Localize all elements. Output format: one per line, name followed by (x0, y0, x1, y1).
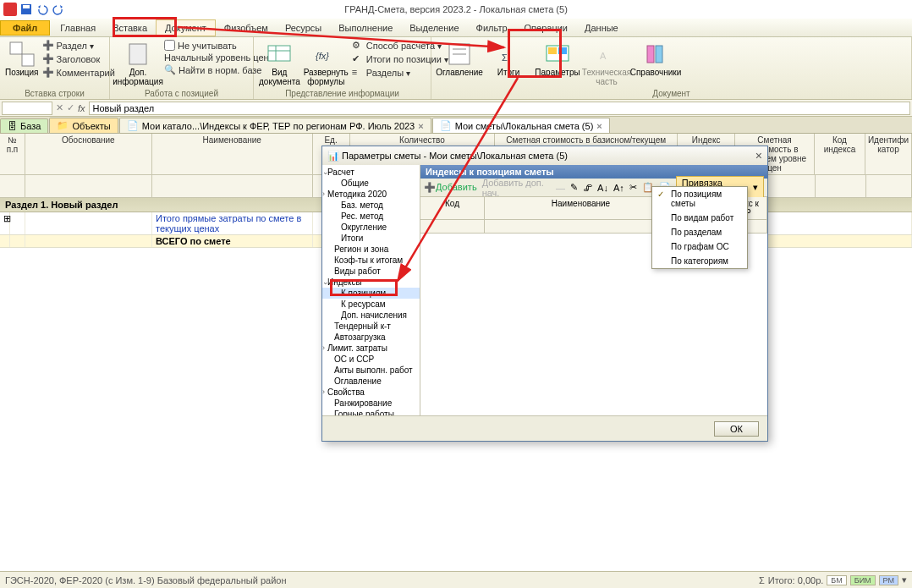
menu-ops[interactable]: Операции (516, 20, 576, 36)
tree-oglav[interactable]: Оглавление (322, 376, 420, 387)
accept-icon[interactable]: ✓ (67, 102, 74, 113)
pill-bm[interactable]: БМ (827, 575, 846, 585)
dd-byos[interactable]: По графам ОС (652, 239, 747, 254)
itogi-label: Итоги (497, 68, 519, 77)
oglavlenie-button[interactable]: Оглавление (437, 39, 482, 77)
tree-gorn[interactable]: Горные работы (322, 409, 420, 415)
save-icon[interactable] (19, 3, 33, 16)
cut-icon[interactable]: ✂ (629, 182, 637, 193)
dd-bypos[interactable]: По позициям сметы (652, 187, 747, 211)
tree-akty[interactable]: Акты выполн. работ (322, 365, 420, 376)
dd-bysection[interactable]: По разделам (652, 225, 747, 239)
tab-objects[interactable]: 📁Объекты (49, 118, 118, 133)
tree-res[interactable]: Рес. метод (322, 211, 420, 222)
pill-bim[interactable]: БИМ (850, 575, 876, 585)
dialog-tree[interactable]: Расчет Общие Методика 2020 Баз. метод Ре… (322, 165, 420, 415)
ok-button[interactable]: ОК (714, 421, 759, 437)
tech-button[interactable]: A Техническая часть (584, 39, 629, 86)
svg-text:{fx}: {fx} (316, 51, 329, 61)
close-icon[interactable]: × (596, 121, 602, 131)
tree-limit[interactable]: Лимит. затраты (322, 343, 420, 354)
tree-koefi[interactable]: Коэф-ты к итогам (322, 255, 420, 266)
tree-itogi[interactable]: Итоги (322, 233, 420, 244)
add-button[interactable]: ➕Добавить (424, 182, 477, 193)
titlebar: ГРАНД-Смета, версия 2023.2 - Локальная с… (0, 0, 912, 19)
menu-filter[interactable]: Фильтр (468, 20, 516, 36)
tree-met[interactable]: Методика 2020 (322, 189, 420, 200)
menu-exec[interactable]: Выполнение (330, 20, 401, 36)
menu-data[interactable]: Данные (576, 20, 627, 36)
tree-indexy[interactable]: Индексы (322, 277, 420, 288)
tab-smeta[interactable]: 📄Мои сметы\Локальная смета (5)× (432, 118, 610, 133)
tab-catalog[interactable]: 📄Мои катало...\Индексы к ФЕР, ТЕР по рег… (119, 118, 431, 133)
doc-icon: 📄 (127, 120, 139, 131)
sort-desc-icon[interactable]: A↑ (613, 183, 624, 193)
tree-baz[interactable]: Баз. метод (322, 200, 420, 211)
doc-icon: 📄 (440, 120, 452, 131)
tree-kpoz[interactable]: К позициям (322, 288, 420, 299)
cancel-icon[interactable]: ✕ (56, 102, 63, 113)
menu-insert[interactable]: Вставка (104, 20, 156, 36)
file-button[interactable]: Файл (0, 20, 50, 36)
tree-okrug[interactable]: Округление (322, 222, 420, 233)
sort-asc-icon[interactable]: A↓ (597, 183, 608, 193)
dialog-footer: ОК (322, 415, 767, 441)
formula-input[interactable] (89, 102, 910, 115)
tree-obsh[interactable]: Общие (322, 178, 420, 189)
plus-icon: ➕ (42, 40, 54, 52)
cell-ref-input[interactable] (2, 102, 52, 115)
tree-dopn[interactable]: Доп. начисления (322, 310, 420, 321)
link-icon[interactable]: 🖇 (583, 183, 592, 193)
gear-icon: ⚙ (352, 40, 364, 52)
tree-osssr[interactable]: ОС и ССР (322, 354, 420, 365)
fx-icon[interactable]: fx (78, 103, 85, 113)
sprav-button[interactable]: Справочники (633, 39, 679, 77)
close-icon[interactable]: × (418, 121, 423, 131)
tree-ranzh[interactable]: Ранжирование (322, 398, 420, 409)
chevron-down-icon[interactable]: ▾ (902, 574, 907, 585)
menu-resources[interactable]: Ресурсы (277, 20, 330, 36)
itogi-button[interactable]: Σ Итоги (486, 39, 531, 77)
dopinfo-button[interactable]: Доп. информация (115, 39, 161, 86)
params-icon (544, 41, 571, 68)
comment-button[interactable]: ➕Комментарий (42, 66, 115, 80)
zagolovok-button[interactable]: ➕Заголовок (42, 52, 115, 66)
tree-vidy[interactable]: Виды работ (322, 266, 420, 277)
tree-tender[interactable]: Тендерный к-т (322, 321, 420, 332)
position-label: Позиция (5, 68, 39, 77)
redo-icon[interactable] (52, 3, 65, 16)
tree-raschet[interactable]: Расчет (322, 167, 420, 178)
menubar: Файл Главная Вставка Документ Физобъем Р… (0, 19, 912, 37)
col-np: № п.п (0, 134, 25, 174)
dd-bywork[interactable]: По видам работ (652, 211, 747, 225)
undo-icon[interactable] (36, 3, 49, 16)
tree-kres[interactable]: К ресурсам (322, 299, 420, 310)
close-icon[interactable]: × (755, 149, 762, 162)
tree-auto[interactable]: Автозагрузка (322, 332, 420, 343)
menu-main[interactable]: Главная (52, 20, 104, 36)
sigma-icon[interactable]: Σ (759, 575, 765, 585)
toc-icon (446, 41, 473, 68)
tab-base[interactable]: 🗄База (0, 118, 48, 133)
pill-rm[interactable]: РМ (879, 575, 898, 585)
status-sum: Итого: 0,00р. (768, 575, 824, 585)
tree-region[interactable]: Регион и зона (322, 244, 420, 255)
expandformula-button[interactable]: {fx} Развернуть формулы (304, 39, 349, 86)
svg-rect-16 (558, 47, 567, 54)
viewdoc-button[interactable]: Вид документа (259, 39, 300, 86)
params-button[interactable]: Параметры (535, 39, 580, 77)
dd-bycat[interactable]: По категориям (652, 254, 747, 268)
position-button[interactable]: Позиция (5, 39, 39, 77)
app-title: ГРАНД-Смета, версия 2023.2 - Локальная с… (344, 4, 568, 14)
menu-document[interactable]: Документ (156, 19, 216, 36)
sprav-label: Справочники (630, 68, 682, 77)
neuchit-check[interactable] (164, 40, 175, 51)
razdel-button[interactable]: ➕Раздел ▾ (42, 39, 115, 52)
col-name: Наименование (152, 134, 313, 174)
pencil-icon[interactable]: ✎ (570, 182, 578, 193)
menu-phys[interactable]: Физобъем (216, 20, 277, 36)
tree-svoi[interactable]: Свойства (322, 387, 420, 398)
formula-bar: ✕ ✓ fx (0, 100, 912, 117)
menu-select[interactable]: Выделение (401, 20, 467, 36)
dialog-titlebar[interactable]: 📊 Параметры сметы - Мои сметы\Локальная … (322, 146, 767, 165)
